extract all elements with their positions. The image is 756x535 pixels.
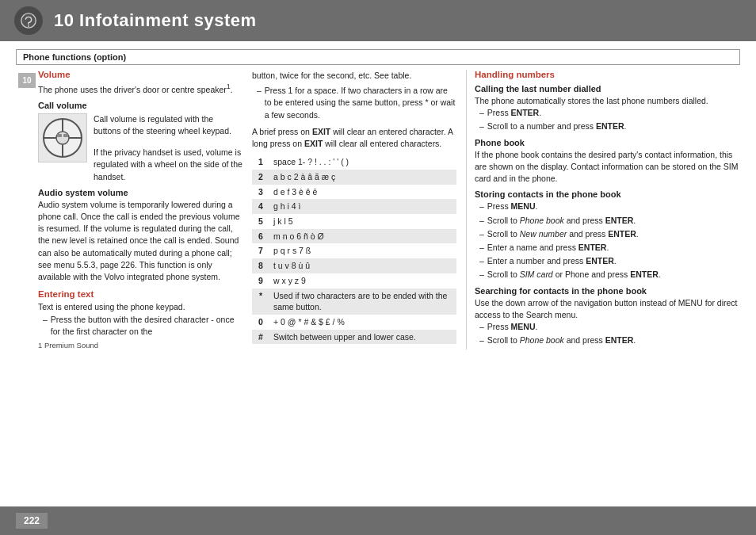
table-key-cell: 4 — [252, 199, 269, 214]
phone-book-text: If the phone book contains the desired p… — [475, 149, 740, 185]
table-row: 1space 1- ? ! . . : ' ' ( ) — [252, 155, 456, 170]
table-char-cell: + 0 @ * # & $ £ / % — [269, 315, 456, 330]
list-item: –Press ENTER. — [475, 107, 740, 119]
footnote: 1 Premium Sound — [38, 341, 242, 350]
list-item: –Press MENU. — [475, 321, 740, 333]
table-char-cell: g h i 4 ì — [269, 199, 456, 214]
list-item: –Press MENU. — [475, 201, 740, 212]
volume-heading: Volume — [38, 70, 242, 79]
steering-wheel-image — [38, 113, 87, 162]
keypad-table: 1space 1- ? ! . . : ' ' ( )2a b c 2 à â … — [252, 155, 456, 344]
table-row: #Switch between upper and lower case. — [252, 330, 456, 345]
storing-bullets: –Press MENU.–Scroll to Phone book and pr… — [475, 201, 740, 281]
entering-text-intro: Text is entered using the phone keypad. — [38, 301, 242, 313]
svg-rect-8 — [57, 134, 62, 137]
svg-point-1 — [28, 25, 29, 27]
table-row: 7p q r s 7 ß — [252, 243, 456, 258]
table-key-cell: 2 — [252, 170, 269, 185]
table-char-cell: t u v 8 ù û — [269, 258, 456, 273]
table-row: 5j k l 5 — [252, 214, 456, 229]
table-char-cell: p q r s 7 ß — [269, 243, 456, 258]
table-row: 4g h i 4 ì — [252, 199, 456, 214]
searching-bullets: –Press MENU.–Scroll to Phone book and pr… — [475, 321, 740, 346]
left-column: Volume The phone uses the driver's door … — [38, 70, 252, 350]
exit-description: A brief press on EXIT will clear an ente… — [252, 126, 456, 150]
list-item: –Scroll to SIM card or Phone and press E… — [475, 269, 740, 281]
call-volume-description: Call volume is regulated with the button… — [94, 113, 242, 183]
table-char-cell: m n o 6 ñ ò Ø — [269, 229, 456, 244]
call-volume-box: Call volume is regulated with the button… — [38, 113, 242, 183]
table-row: 6m n o 6 ñ ò Ø — [252, 229, 456, 244]
last-number-bullets: –Press ENTER.–Scroll to a number and pre… — [475, 107, 740, 132]
svg-point-3 — [56, 132, 69, 144]
list-item: –Scroll to a number and press ENTER. — [475, 120, 740, 132]
page-footer: 222 — [0, 506, 756, 535]
searching-heading: Searching for contacts in the phone book — [475, 286, 740, 296]
entering-text-bullet: – Press the button with the desired char… — [38, 314, 242, 338]
main-content: 10 Volume The phone uses the driver's do… — [0, 70, 756, 350]
table-row: 2a b c 2 à â ã æ ç — [252, 170, 456, 185]
footer-page-number: 222 — [16, 513, 48, 529]
list-item: –Enter a number and press ENTER. — [475, 255, 740, 267]
last-number-heading: Calling the last number dialled — [475, 84, 740, 94]
table-char-cell: j k l 5 — [269, 214, 456, 229]
right-column: Handling numbers Calling the last number… — [466, 70, 740, 350]
table-char-cell: a b c 2 à â ã æ ç — [269, 170, 456, 185]
table-row: 0+ 0 @ * # & $ £ / % — [252, 315, 456, 330]
table-char-cell: w x y z 9 — [269, 273, 456, 289]
phone-book-heading: Phone book — [475, 138, 740, 147]
audio-volume-text: Audio system volume is temporarily lower… — [38, 199, 242, 284]
table-char-cell: d e f 3 è ê ë — [269, 185, 456, 200]
table-char-cell: Used if two characters are to be ended w… — [269, 289, 456, 315]
sidebar: 10 — [16, 70, 38, 350]
table-key-cell: # — [252, 330, 269, 345]
continuation-text: button, twice for the second, etc. See t… — [252, 70, 456, 82]
list-item: –Scroll to New number and press ENTER. — [475, 228, 740, 240]
table-key-cell: 1 — [252, 155, 269, 170]
page-header: 10 Infotainment system — [0, 0, 756, 41]
list-item: –Scroll to Phone book and press ENTER. — [475, 215, 740, 227]
entering-text-heading: Entering text — [38, 289, 242, 299]
space-bullet: – Press 1 for a space. If two characters… — [252, 85, 456, 121]
list-item: –Enter a name and press ENTER. — [475, 242, 740, 254]
table-row: 9w x y z 9 — [252, 273, 456, 289]
table-row: *Used if two characters are to be ended … — [252, 289, 456, 315]
table-key-cell: 5 — [252, 214, 269, 229]
storing-heading: Storing contacts in the phone book — [475, 189, 740, 199]
middle-column: button, twice for the second, etc. See t… — [252, 70, 466, 350]
last-number-text: The phone automatically stores the last … — [475, 95, 740, 107]
chapter-title: 10 Infotainment system — [54, 10, 257, 31]
table-key-cell: * — [252, 289, 269, 315]
call-volume-heading: Call volume — [38, 101, 242, 110]
searching-text: Use the down arrow of the navigation but… — [475, 297, 740, 321]
table-key-cell: 7 — [252, 243, 269, 258]
table-char-cell: Switch between upper and lower case. — [269, 330, 456, 345]
table-key-cell: 0 — [252, 315, 269, 330]
svg-rect-9 — [63, 134, 68, 137]
page-tab: 10 — [18, 73, 36, 88]
handling-heading: Handling numbers — [475, 70, 740, 79]
table-key-cell: 6 — [252, 229, 269, 244]
table-row: 3d e f 3 è ê ë — [252, 185, 456, 200]
audio-volume-heading: Audio system volume — [38, 188, 242, 197]
table-key-cell: 3 — [252, 185, 269, 200]
section-bar: Phone functions (option) — [16, 49, 740, 65]
table-char-cell: space 1- ? ! . . : ' ' ( ) — [269, 155, 456, 170]
chapter-icon — [14, 6, 43, 35]
table-key-cell: 9 — [252, 273, 269, 289]
volume-text: The phone uses the driver's door or cent… — [38, 82, 242, 96]
table-row: 8t u v 8 ù û — [252, 258, 456, 273]
table-key-cell: 8 — [252, 258, 269, 273]
list-item: –Scroll to Phone book and press ENTER. — [475, 334, 740, 346]
